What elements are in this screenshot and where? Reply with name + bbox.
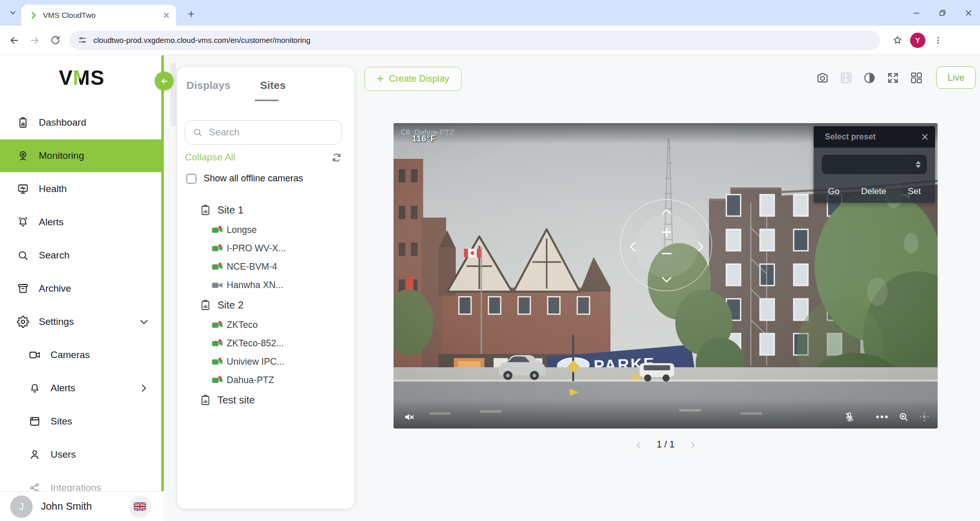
sidebar-collapse-button[interactable] (155, 72, 174, 90)
sidebar-item-health[interactable]: Health (0, 173, 163, 205)
tab-sites[interactable]: Sites (260, 79, 285, 91)
sidebar-item-label: Health (39, 183, 67, 195)
offline-filter-row[interactable]: Show all offline cameras (186, 173, 303, 184)
create-display-button[interactable]: + Create Display (364, 67, 461, 91)
site-icon (200, 204, 210, 216)
ptz-zoom-in[interactable]: + (621, 223, 713, 242)
camera-row[interactable]: Longse (177, 221, 354, 239)
sidebar-item-monitoring[interactable]: Monitoring (0, 139, 163, 172)
preset-popup-header: Select preset (814, 126, 935, 148)
camera-status-icon (212, 262, 223, 271)
window-icon (29, 415, 41, 428)
user-icon (29, 448, 41, 461)
camera-row[interactable]: NCE-BVM-4 (177, 257, 354, 276)
panel-search-box[interactable] (185, 120, 342, 145)
layout-grid-icon[interactable] (910, 71, 923, 85)
sidebar-item-label: Alerts (51, 383, 76, 394)
user-bar[interactable]: J John Smith (0, 492, 163, 521)
sidebar-item-alerts-sub[interactable]: Alerts (0, 372, 163, 405)
sidebar-item-archive[interactable]: Archive (0, 272, 163, 305)
camera-name: NCE-BVM-4 (227, 262, 277, 272)
offline-checkbox[interactable] (186, 174, 197, 184)
sidebar-item-label: Dashboard (39, 117, 86, 128)
contrast-icon[interactable] (863, 71, 876, 85)
ptz-control[interactable]: + − (620, 199, 712, 291)
tab-search-button[interactable] (5, 5, 20, 20)
page-prev-icon[interactable] (634, 440, 643, 449)
fullscreen-icon[interactable] (886, 71, 900, 85)
mic-off-icon[interactable] (844, 411, 855, 422)
pan-tilt-pad-icon[interactable] (918, 411, 930, 423)
site-row[interactable]: Site 2 (177, 294, 354, 316)
digital-zoom-icon[interactable] (898, 411, 909, 422)
collapse-row: Collapse All (185, 149, 342, 166)
preset-set-button[interactable]: Set (908, 186, 921, 197)
new-tab-button[interactable] (184, 7, 198, 21)
camera-status-icon (212, 280, 223, 290)
ptz-down-icon[interactable] (659, 274, 674, 285)
speaker-muted-icon[interactable] (404, 411, 415, 423)
ptz-up-icon[interactable] (659, 207, 674, 217)
screen: VMS CloudTwo cloudtwo-prod.vxgdemo.cloud… (0, 0, 980, 521)
camera-status-icon (212, 225, 223, 234)
vms-logo: VMS (0, 66, 163, 89)
site-info-icon[interactable] (78, 35, 87, 45)
offline-checkbox-label: Show all offline cameras (204, 173, 303, 184)
preset-go-button[interactable]: Go (828, 186, 840, 197)
preset-delete-button[interactable]: Delete (861, 186, 886, 197)
sidebar-item-cameras-sub[interactable]: Cameras (0, 339, 163, 371)
tab-close-icon[interactable] (163, 12, 170, 19)
ptz-zoom-out[interactable]: − (621, 244, 713, 263)
camera-status-icon (212, 339, 223, 348)
collapse-all-link[interactable]: Collapse All (185, 152, 331, 163)
reload-icon[interactable] (45, 30, 65, 51)
profile-avatar[interactable]: Y (908, 30, 928, 51)
back-icon[interactable] (4, 30, 24, 51)
film-strip-icon[interactable] (839, 71, 853, 85)
camera-status-icon (212, 320, 223, 329)
snapshot-camera-icon[interactable] (816, 71, 829, 85)
window-close-icon[interactable] (964, 9, 973, 17)
scrollbar-thumb[interactable] (170, 62, 176, 127)
refresh-icon[interactable] (331, 152, 342, 163)
site-name: Test site (217, 394, 255, 406)
camera-name: ZKTeco-852... (227, 338, 284, 349)
camera-row[interactable]: Hanwha XN... (177, 276, 354, 294)
camera-row[interactable]: Uniview IPC... (177, 352, 354, 371)
window-restore-icon[interactable] (938, 9, 947, 17)
camera-row[interactable]: I-PRO WV-X... (177, 239, 354, 257)
sidebar-item-alerts[interactable]: Alerts (0, 206, 163, 239)
bookmark-star-icon[interactable] (887, 30, 908, 51)
forward-icon[interactable] (24, 30, 45, 51)
window-minimize-icon[interactable] (912, 9, 921, 17)
sidebar-item-settings[interactable]: Settings (0, 305, 163, 338)
camera-row[interactable]: ZKTeco (177, 316, 354, 334)
camera-row[interactable]: ZKTeco-852... (177, 334, 354, 352)
page-next-icon[interactable] (688, 440, 697, 449)
site-camera-tree: Site 1LongseI-PRO WV-X...NCE-BVM-4Hanwha… (177, 199, 354, 411)
site-row[interactable]: Test site (177, 389, 354, 411)
view-toolbar: Live (816, 65, 976, 90)
browser-tab[interactable]: VMS CloudTwo (21, 5, 176, 26)
active-tab-underline (255, 100, 279, 101)
sidebar-item-search[interactable]: Search (0, 239, 163, 272)
tab-displays[interactable]: Displays (186, 79, 230, 91)
browser-menu-icon[interactable] (928, 30, 948, 51)
camera-row[interactable]: Dahua-PTZ (177, 371, 354, 389)
archive-icon (17, 282, 29, 295)
video-player[interactable]: PARKE Custom Dry Cleaning & S (394, 123, 938, 429)
sidebar-item-dashboard[interactable]: Dashboard (0, 106, 163, 139)
search-input[interactable] (209, 127, 326, 138)
close-icon[interactable] (921, 133, 929, 141)
more-options-icon[interactable] (875, 414, 889, 419)
chevron-right-icon (138, 382, 150, 394)
sidebar-item-users-sub[interactable]: Users (0, 438, 163, 471)
page-indicator: 1 / 1 (656, 439, 674, 450)
camera-status-icon (212, 244, 223, 253)
site-row[interactable]: Site 1 (177, 199, 354, 221)
url-bar[interactable]: cloudtwo-prod.vxgdemo.cloud-vms.com/en/c… (69, 31, 880, 50)
language-flag-button[interactable] (129, 495, 151, 518)
sidebar-item-sites-sub[interactable]: Sites (0, 405, 163, 438)
live-button[interactable]: Live (936, 66, 976, 89)
preset-select[interactable] (822, 155, 927, 174)
